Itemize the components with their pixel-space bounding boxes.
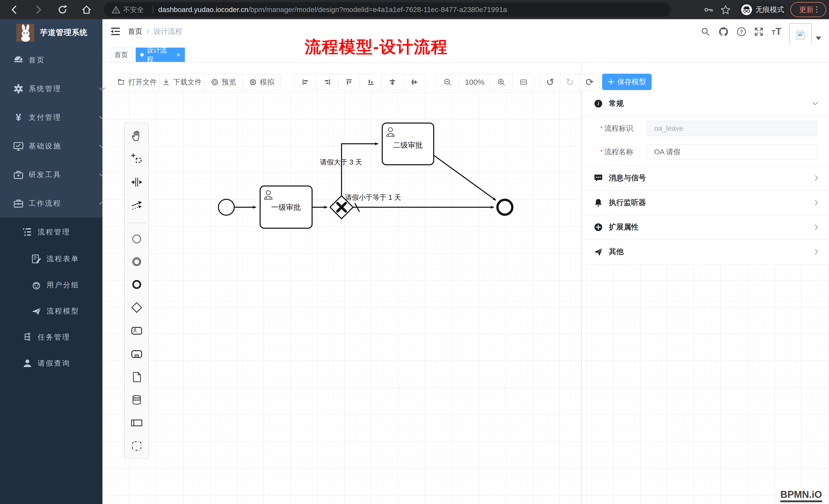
sidebar-item-system[interactable]: 系统管理 bbox=[0, 75, 115, 103]
app-title: 芋道管理系统 bbox=[40, 27, 87, 38]
field-process-name: * 流程名称 bbox=[582, 144, 829, 160]
create-data-object[interactable] bbox=[131, 372, 143, 383]
section-message-signal[interactable]: 消息与信号 bbox=[582, 166, 829, 190]
list-tree-icon bbox=[22, 226, 33, 238]
zoom-level-label: 100% bbox=[465, 78, 485, 86]
yen-icon: ¥ bbox=[13, 112, 24, 123]
flow-task2-to-end[interactable] bbox=[434, 155, 496, 200]
preview-button[interactable]: 预览 bbox=[204, 74, 243, 90]
tab-home[interactable]: 首页 bbox=[110, 48, 132, 62]
section-label: 执行监听器 bbox=[609, 197, 646, 208]
zoom-reset-icon bbox=[520, 78, 528, 86]
palette-separator bbox=[128, 223, 146, 223]
font-size-icon[interactable]: TT bbox=[770, 26, 783, 38]
sidebar-item-workflow[interactable]: 工作流程 bbox=[0, 189, 115, 218]
sidebar-item-infrastructure[interactable]: 基础设施 bbox=[0, 132, 115, 160]
github-icon[interactable] bbox=[717, 26, 730, 38]
align-bottom-button[interactable] bbox=[360, 74, 382, 90]
zoom-reset-button[interactable] bbox=[512, 74, 534, 90]
end-event[interactable] bbox=[498, 200, 512, 215]
process-key-input[interactable] bbox=[647, 121, 817, 136]
robot-icon bbox=[31, 279, 42, 290]
section-label: 扩展属性 bbox=[609, 222, 639, 232]
info-icon: i bbox=[593, 99, 603, 109]
svg-text:T: T bbox=[776, 26, 781, 37]
key-icon[interactable] bbox=[701, 3, 716, 17]
properties-panel: i 常规 * 流程标识 * 流程名称 消息与信号 执行监听器 扩展属性 其他 bbox=[582, 92, 829, 264]
forward-icon[interactable] bbox=[31, 3, 45, 17]
bpmn-palette bbox=[124, 123, 149, 459]
flow-label-le1[interactable]: 请假小于等于 1 天 bbox=[345, 194, 401, 201]
section-other[interactable]: 其他 bbox=[582, 239, 829, 264]
browser-update-button[interactable]: 更新 bbox=[790, 2, 826, 17]
create-subprocess[interactable] bbox=[131, 348, 143, 360]
close-icon[interactable]: × bbox=[176, 51, 180, 59]
field-label: 流程名称 bbox=[605, 147, 643, 157]
sidebar-item-devtools[interactable]: 研发工具 bbox=[0, 161, 115, 189]
section-execution-listener[interactable]: 执行监听器 bbox=[582, 190, 829, 215]
svg-text:T: T bbox=[772, 29, 776, 36]
section-extended-properties[interactable]: 扩展属性 bbox=[582, 215, 829, 239]
create-user-task[interactable] bbox=[131, 325, 143, 337]
sidebar-item-payment[interactable]: ¥ 支付管理 bbox=[0, 103, 115, 131]
simulate-button[interactable]: 模拟 bbox=[243, 74, 281, 90]
sidebar-item-label: 支付管理 bbox=[29, 113, 62, 122]
download-file-button[interactable]: 下载文件 bbox=[159, 74, 205, 90]
user-task-level1[interactable]: 一级审批 bbox=[260, 186, 312, 228]
undo-button[interactable]: ↺ bbox=[540, 74, 560, 90]
hamburger-collapse-icon[interactable] bbox=[110, 25, 122, 38]
align-top-button[interactable] bbox=[338, 74, 360, 90]
app-header: 首页 / 设计流程 ? TT bbox=[102, 19, 829, 43]
create-intermediate-event[interactable] bbox=[131, 256, 143, 267]
sidebar-item-label: 系统管理 bbox=[29, 84, 62, 93]
address-bar[interactable]: 不安全 dashboard.yudao.iocoder.cn/bpm/manag… bbox=[104, 2, 671, 17]
lasso-tool[interactable] bbox=[131, 153, 143, 165]
zoom-in-button[interactable] bbox=[490, 74, 513, 90]
hand-tool[interactable] bbox=[131, 130, 143, 142]
user-task-level2[interactable]: 二级审批 bbox=[382, 123, 434, 165]
align-left-button[interactable] bbox=[294, 74, 317, 90]
fullscreen-icon[interactable] bbox=[753, 26, 765, 38]
global-connect-tool[interactable] bbox=[131, 200, 143, 211]
sidebar-item-home[interactable]: 首页 bbox=[0, 46, 115, 74]
back-icon[interactable] bbox=[7, 3, 22, 17]
flow-label-gt3[interactable]: 请假大于 3 天 bbox=[320, 158, 362, 166]
process-name-input[interactable] bbox=[647, 144, 817, 160]
help-icon[interactable]: ? bbox=[735, 26, 748, 38]
align-center-vertical-button[interactable] bbox=[403, 74, 425, 90]
flow-gateway-to-task2[interactable] bbox=[341, 144, 378, 196]
breadcrumb-home[interactable]: 首页 bbox=[128, 27, 142, 36]
sidebar-item-label: 流程模型 bbox=[46, 306, 79, 316]
align-center-horizontal-button[interactable] bbox=[382, 74, 403, 90]
field-label: 流程标识 bbox=[605, 124, 643, 133]
sidebar-item-label: 首页 bbox=[29, 55, 45, 65]
create-participant[interactable] bbox=[131, 417, 143, 429]
bpmn-io-watermark[interactable]: BPMN.iO bbox=[780, 489, 822, 502]
space-tool[interactable] bbox=[131, 176, 143, 188]
save-model-button[interactable]: 保存模型 bbox=[602, 74, 652, 90]
create-gateway[interactable] bbox=[131, 302, 143, 313]
sidebar-item-label: 基础设施 bbox=[29, 141, 62, 151]
start-event[interactable] bbox=[218, 199, 234, 215]
align-right-button[interactable] bbox=[316, 74, 338, 90]
caret-down-icon[interactable] bbox=[816, 37, 821, 40]
create-start-event[interactable] bbox=[131, 233, 143, 244]
broken-image-icon bbox=[795, 30, 806, 41]
sidebar-item-label: 流程表单 bbox=[46, 254, 79, 264]
app-logo-row[interactable]: 芋道管理系统 bbox=[0, 19, 102, 46]
create-group[interactable] bbox=[131, 440, 143, 452]
home-icon[interactable] bbox=[79, 3, 94, 17]
reload-icon[interactable] bbox=[55, 3, 70, 17]
browser-menu-icon[interactable] bbox=[816, 6, 818, 13]
open-file-button[interactable]: 打开文件 bbox=[115, 74, 160, 90]
create-data-store[interactable] bbox=[131, 394, 143, 405]
section-general-header[interactable]: i 常规 bbox=[582, 92, 829, 115]
tab-design-process[interactable]: 设计流程 × bbox=[136, 48, 185, 62]
zoom-out-button[interactable] bbox=[435, 74, 460, 90]
bookmark-star-icon[interactable] bbox=[718, 3, 733, 17]
search-icon[interactable] bbox=[699, 26, 712, 38]
redo-button[interactable]: ↻ bbox=[560, 74, 580, 90]
create-end-event[interactable] bbox=[131, 279, 143, 290]
preview-eye-icon bbox=[211, 78, 219, 86]
refresh-button[interactable]: ⟳ bbox=[580, 74, 600, 90]
